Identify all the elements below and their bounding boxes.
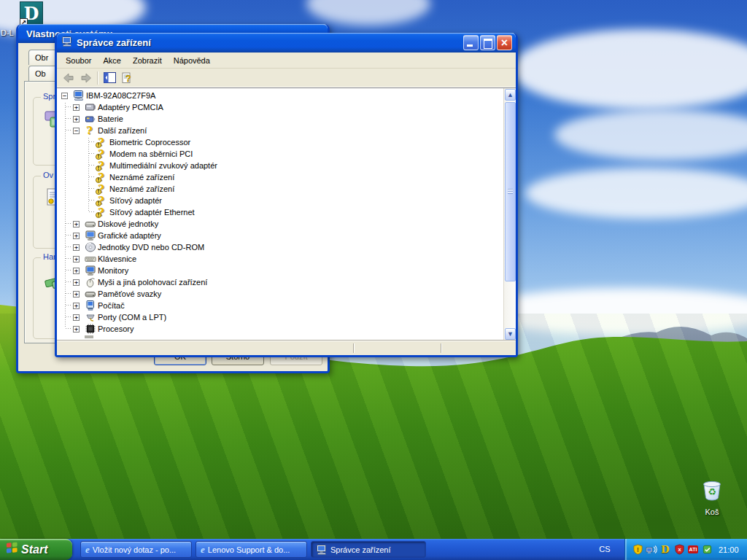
start-label: Start: [21, 543, 47, 556]
tree-item-label: Porty (COM a LPT): [98, 313, 166, 322]
expander-minus-icon[interactable]: −: [61, 93, 68, 99]
processor-icon: [85, 323, 96, 335]
scrollbar-thumb[interactable]: [505, 102, 516, 281]
language-indicator[interactable]: CS: [592, 539, 617, 560]
menu-item-soubor[interactable]: Soubor: [60, 54, 97, 67]
expander-plus-icon[interactable]: +: [73, 244, 80, 251]
taskbar: Start eVložit nový dotaz - po...eLenovo …: [0, 539, 747, 560]
tree-item[interactable]: ?!Neznámé zařízení: [57, 171, 503, 183]
tree-connector: [66, 270, 72, 271]
desktop: D↗ D-L ♻ Koš Vlastnosti systému Obr Ob S…: [0, 0, 747, 560]
tree-item[interactable]: ?!Modem na sběrnici PCI: [57, 148, 503, 160]
mouse-icon: [85, 276, 96, 288]
tree-connector: [89, 211, 96, 212]
expander-plus-icon[interactable]: +: [73, 314, 80, 321]
vertical-scrollbar[interactable]: ▲ ▼: [503, 88, 516, 341]
expander-plus-icon[interactable]: +: [73, 256, 80, 262]
tree-connector: [66, 328, 72, 329]
tree-item[interactable]: ?!Multimediální zvukový adaptér: [57, 160, 503, 171]
tree-connector: [66, 235, 72, 236]
tree-connector: [66, 223, 72, 224]
tree-item[interactable]: +Jednotky DVD nebo CD-ROM: [57, 241, 503, 253]
expander-plus-icon[interactable]: +: [73, 279, 80, 286]
expander-plus-icon[interactable]: +: [73, 326, 80, 332]
tree-item-label: Procesory: [98, 324, 134, 333]
tree-item[interactable]: +Počítač: [57, 300, 503, 311]
tree-item[interactable]: +Diskové jednotky: [57, 218, 503, 230]
tree-item[interactable]: +Porty (COM a LPT): [57, 311, 503, 323]
dm-title: Správce zařízení: [77, 37, 463, 48]
back-icon[interactable]: [60, 70, 77, 86]
taskbar-task-button[interactable]: eVložit nový dotaz - po...: [80, 541, 192, 558]
unknown-device-warning-icon: ?!: [96, 183, 108, 195]
tree-item[interactable]: +Monitory: [57, 265, 503, 276]
tree-item-label: Myši a jiná polohovací zařízení: [98, 278, 207, 287]
minimize-button[interactable]: [463, 35, 479, 50]
dlink-tray-icon[interactable]: D: [659, 544, 671, 556]
tree-item[interactable]: +Paměťové svazky: [57, 288, 503, 300]
expander-plus-icon[interactable]: +: [73, 221, 80, 228]
help-icon[interactable]: ?: [118, 70, 136, 86]
wireless-network-icon[interactable]: [646, 544, 657, 556]
tree-item-label: Diskové jednotky: [98, 219, 158, 228]
tree-item-label: IBM-92A08C27F9A: [86, 91, 155, 100]
scroll-down-icon[interactable]: ▼: [505, 328, 516, 340]
expander-plus-icon[interactable]: +: [73, 233, 80, 239]
tree-item[interactable]: +Adaptéry PCMCIA: [57, 101, 503, 113]
expander-minus-icon[interactable]: −: [73, 128, 80, 134]
taskbar-task-button[interactable]: eLenovo Support & do...: [196, 541, 307, 558]
menu-item-zobrazit[interactable]: Zobrazit: [127, 54, 168, 67]
recycle-bin-label: Koš: [684, 508, 740, 516]
toggle-console-tree-icon[interactable]: [101, 70, 118, 86]
tree-item[interactable]: +Procesory: [57, 323, 503, 335]
tree-item[interactable]: +Grafické adaptéry: [57, 230, 503, 241]
tree-item[interactable]: ?!Neznámé zařízení: [57, 183, 503, 195]
tree-item-label: Neznámé zařízení: [109, 184, 174, 193]
display-adapter-icon: [85, 230, 96, 241]
tree-item[interactable]: ?!Síťový adaptér Ethernet: [57, 206, 503, 218]
expander-plus-icon[interactable]: +: [73, 303, 80, 309]
expander-plus-icon[interactable]: +: [73, 116, 80, 122]
tree-item[interactable]: +Myši a jiná polohovací zařízení: [57, 276, 503, 288]
windows-logo-icon: [6, 542, 18, 557]
forward-icon[interactable]: [77, 70, 95, 86]
dm-titlebar[interactable]: Správce zařízení: [57, 33, 516, 52]
computer-icon: [61, 36, 73, 50]
scroll-up-icon[interactable]: ▲: [505, 89, 516, 101]
unknown-device-icon: ?: [85, 125, 96, 136]
security-shield-icon[interactable]: !: [632, 544, 643, 556]
tree-connector: [66, 246, 72, 247]
tree-item[interactable]: +Baterie: [57, 113, 503, 125]
tree-item-label: Grafické adaptéry: [98, 231, 161, 240]
antivirus-shield-icon[interactable]: x: [673, 544, 685, 556]
menu-item-napoveda[interactable]: Nápověda: [168, 54, 216, 67]
computer-system-icon: [85, 300, 96, 311]
monitor-icon: [85, 265, 96, 276]
start-button[interactable]: Start: [0, 539, 72, 560]
expander-plus-icon[interactable]: +: [73, 291, 80, 298]
tree-item[interactable]: ?!Síťový adaptér: [57, 195, 503, 206]
expander-plus-icon[interactable]: +: [73, 268, 80, 274]
unknown-device-warning-icon: ?!: [96, 148, 108, 160]
tree-item-label: Síťový adaptér Ethernet: [109, 208, 195, 217]
cdrom-icon: [85, 241, 96, 253]
menu-item-akce[interactable]: Akce: [97, 54, 126, 67]
disk-drive-icon: [85, 218, 96, 230]
tree-connector: [66, 281, 72, 282]
expander-plus-icon[interactable]: +: [73, 104, 80, 111]
dlink-shortcut-label[interactable]: D-L: [1, 28, 17, 37]
tree-item-label: Adaptéry PCMCIA: [98, 103, 163, 112]
recycle-bin-icon[interactable]: ♻: [699, 494, 725, 506]
tree-item[interactable]: ?!Biometric Coprocessor: [57, 136, 503, 148]
taskbar-task-button[interactable]: Správce zařízení: [311, 541, 426, 558]
tree-item[interactable]: −IBM-92A08C27F9A: [57, 90, 503, 101]
tree-item[interactable]: −?Další zařízení: [57, 125, 503, 136]
device-tree: −IBM-92A08C27F9A+Adaptéry PCMCIA+Baterie…: [57, 88, 503, 341]
ati-tray-icon[interactable]: ATI: [687, 544, 699, 556]
recycle-bin[interactable]: ♻ Koš: [684, 478, 740, 516]
tree-item[interactable]: +Klávesnice: [57, 253, 503, 265]
close-button[interactable]: [497, 35, 512, 50]
dlink-shortcut-icon[interactable]: D↗: [20, 1, 43, 26]
green-utility-icon[interactable]: [701, 544, 713, 556]
maximize-button[interactable]: [480, 35, 495, 50]
